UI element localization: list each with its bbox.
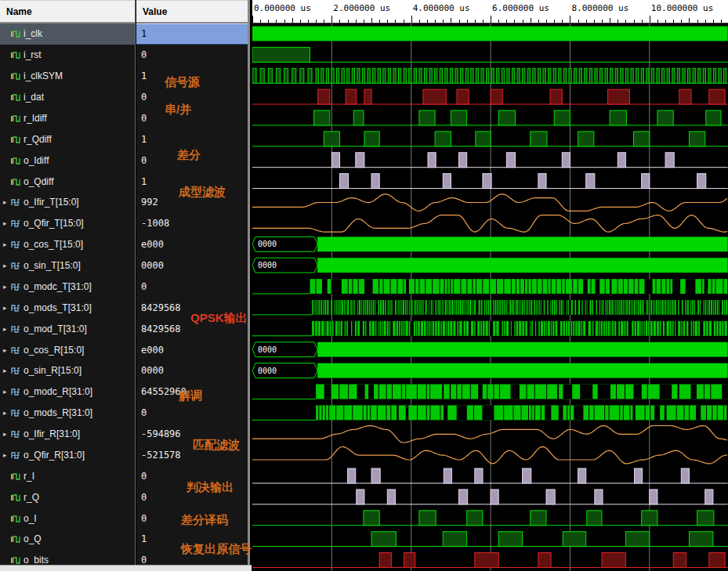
signal-row-o_I[interactable]: ▸o_I	[0, 508, 135, 529]
signal-value-o_Qdiff[interactable]: 1	[136, 171, 248, 192]
timeline-tick	[451, 18, 451, 23]
signal-row-o_modc_R[31:0][interactable]: ▸o_modc_R[31:0]	[0, 381, 135, 403]
signal-value-o_Q[interactable]: 1	[136, 529, 248, 550]
signal-value-o_Ifir_R[31:0][interactable]: -594896	[136, 424, 248, 445]
signal-value-o_Ifir_T[15:0][interactable]: 992	[136, 192, 248, 213]
signal-row-o_cos_T[15:0][interactable]: ▸o_cos_T[15:0]	[0, 234, 135, 255]
scalar-signal-icon	[11, 156, 20, 165]
timeline-ruler[interactable]: 0.000000 us2.000000 us4.000000 us6.00000…	[252, 0, 728, 23]
expand-arrow-icon[interactable]: ▸	[3, 262, 11, 269]
timeline-tick	[419, 20, 420, 23]
signal-row-r_I[interactable]: ▸r_I	[0, 465, 135, 486]
signal-value-i_rst[interactable]: 0	[136, 45, 248, 66]
expand-arrow-icon[interactable]: ▸	[3, 367, 11, 374]
scalar-signal-icon	[11, 50, 20, 60]
horizontal-scrollbar[interactable]	[0, 565, 252, 571]
signal-row-o_mods_T[31:0][interactable]: ▸o_mods_T[31:0]	[0, 297, 135, 318]
signal-value-r_Q[interactable]: 0	[136, 486, 248, 508]
signal-row-o_Idiff[interactable]: ▸o_Idiff	[0, 150, 135, 171]
timeline-tick	[713, 20, 714, 23]
signal-name-label: o_Qdiff	[24, 176, 53, 187]
bus-signal-icon	[11, 240, 20, 249]
timeline-tick	[531, 18, 531, 23]
signal-value-o_mods_T[31:0][interactable]: 8429568	[136, 297, 248, 318]
signal-value-o_sin_R[15:0][interactable]: 0000	[136, 360, 248, 381]
signal-value-o_cos_R[15:0][interactable]: e000	[136, 339, 248, 360]
timeline-tick	[618, 20, 618, 23]
timeline-tick	[339, 20, 340, 23]
timeline-tick	[459, 20, 460, 23]
signal-name-label: i_rst	[24, 49, 42, 60]
signal-value-o_mods_R[31:0][interactable]: 0	[136, 403, 248, 424]
timeline-tick	[673, 20, 674, 23]
waveform-panel: 0.000000 us2.000000 us4.000000 us6.00000…	[252, 0, 728, 571]
signal-row-o_Qdiff[interactable]: ▸o_Qdiff	[0, 171, 135, 192]
signal-value-i_dat[interactable]: 0	[136, 87, 248, 108]
signal-name-label: o_mod_T[31:0]	[24, 323, 87, 334]
expand-arrow-icon[interactable]: ▸	[3, 219, 11, 227]
bus-signal-icon	[11, 303, 20, 313]
timeline-tick	[602, 20, 603, 23]
signal-row-o_Q[interactable]: ▸o_Q	[0, 529, 135, 550]
timeline-tick	[443, 20, 444, 23]
scalar-signal-icon	[11, 514, 20, 523]
expand-arrow-icon[interactable]: ▸	[3, 409, 11, 417]
signal-value-r_Qdiff[interactable]: 1	[136, 128, 248, 150]
timeline-tick	[252, 16, 253, 23]
signal-row-r_Qdiff[interactable]: ▸r_Qdiff	[0, 128, 135, 150]
signal-row-r_Q[interactable]: ▸r_Q	[0, 486, 135, 508]
signal-value-o_modc_R[31:0][interactable]: 64552960	[136, 381, 248, 403]
signal-value-o_Qfir_T[15:0][interactable]: -1008	[136, 213, 248, 234]
signal-row-o_Ifir_R[31:0][interactable]: ▸o_Ifir_R[31:0]	[0, 424, 135, 445]
expand-arrow-icon[interactable]: ▸	[3, 198, 11, 206]
timeline-tick	[475, 20, 476, 23]
signal-row-o_sin_R[15:0][interactable]: ▸o_sin_R[15:0]	[0, 360, 135, 381]
expand-arrow-icon[interactable]: ▸	[3, 451, 11, 459]
signal-row-o_Qfir_R[31:0][interactable]: ▸o_Qfir_R[31:0]	[0, 445, 135, 466]
signal-value-o_cos_T[15:0][interactable]: e000	[136, 234, 248, 255]
timeline-tick	[594, 20, 595, 23]
signal-row-o_Qfir_T[15:0][interactable]: ▸o_Qfir_T[15:0]	[0, 213, 135, 234]
timeline-label: 4.000000 us	[413, 3, 470, 13]
signal-value-r_Idiff[interactable]: 0	[136, 108, 248, 129]
signal-row-o_cos_R[15:0][interactable]: ▸o_cos_R[15:0]	[0, 339, 135, 360]
expand-arrow-icon[interactable]: ▸	[3, 430, 11, 438]
signal-value-i_clk[interactable]: 1	[136, 23, 248, 45]
signal-name-label: i_dat	[24, 92, 44, 103]
signal-row-o_sin_T[15:0][interactable]: ▸o_sin_T[15:0]	[0, 255, 135, 276]
expand-arrow-icon[interactable]: ▸	[3, 283, 11, 291]
signal-row-o_mod_T[31:0][interactable]: ▸o_mod_T[31:0]	[0, 318, 135, 339]
signal-value-o_Idiff[interactable]: 0	[136, 150, 248, 171]
signal-value-o_modc_T[31:0][interactable]: 0	[136, 276, 248, 298]
signal-row-i_dat[interactable]: ▸i_dat	[0, 87, 135, 108]
signal-value-o_Qfir_R[31:0][interactable]: -521578	[136, 445, 248, 466]
expand-arrow-icon[interactable]: ▸	[3, 388, 11, 396]
signal-row-o_Ifir_T[15:0][interactable]: ▸o_Ifir_T[15:0]	[0, 192, 135, 213]
timeline-tick	[657, 20, 658, 23]
waveform-canvas[interactable]: 0000000000000000	[252, 23, 728, 571]
timeline-tick	[523, 20, 523, 23]
scalar-signal-icon	[11, 29, 20, 38]
signal-row-o_modc_T[31:0][interactable]: ▸o_modc_T[31:0]	[0, 276, 135, 298]
expand-arrow-icon[interactable]: ▸	[3, 346, 11, 354]
expand-arrow-icon[interactable]: ▸	[3, 304, 11, 312]
signal-value-o_mod_T[31:0][interactable]: 8429568	[136, 318, 248, 339]
timeline-tick	[546, 20, 547, 23]
bus-signal-icon	[11, 387, 20, 396]
expand-arrow-icon[interactable]: ▸	[3, 325, 11, 333]
signal-row-i_clk[interactable]: ▸i_clk	[0, 23, 135, 45]
signal-row-i_clkSYM[interactable]: ▸i_clkSYM	[0, 66, 135, 87]
signal-value-i_clkSYM[interactable]: 1	[136, 66, 248, 87]
expand-arrow-icon[interactable]: ▸	[3, 240, 11, 248]
bus-signal-icon	[11, 408, 20, 417]
timeline-tick	[276, 20, 277, 23]
signal-value-o_sin_T[15:0][interactable]: 0000	[136, 255, 248, 276]
timeline-tick	[681, 20, 682, 23]
signal-value-r_I[interactable]: 0	[136, 465, 248, 486]
signal-row-r_Idiff[interactable]: ▸r_Idiff	[0, 108, 135, 129]
timeline-tick	[316, 20, 317, 23]
signal-row-i_rst[interactable]: ▸i_rst	[0, 45, 135, 66]
timeline-tick	[554, 20, 555, 23]
signal-row-o_mods_R[31:0][interactable]: ▸o_mods_R[31:0]	[0, 403, 135, 424]
signal-value-o_I[interactable]: 0	[136, 508, 248, 529]
